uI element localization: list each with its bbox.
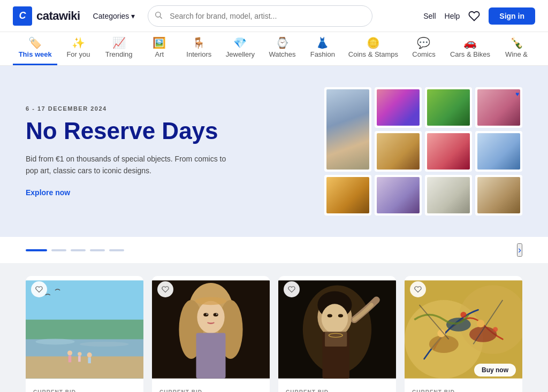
search-input[interactable] [148, 5, 372, 27]
nav-item-comics[interactable]: 💬 Comics [405, 32, 443, 65]
cars-bikes-icon: 🚗 [463, 37, 477, 48]
svg-point-24 [195, 297, 227, 305]
bid-label-3: CURRENT BID [286, 389, 389, 392]
product-image-3 [278, 276, 396, 383]
svg-rect-11 [78, 356, 81, 362]
fashion-icon: 👗 [316, 37, 329, 48]
hero-image-8 [324, 175, 371, 216]
svg-point-41 [446, 318, 471, 332]
nav-label: Wine & [505, 50, 528, 58]
nav-item-coins-stamps[interactable]: 🪙 Coins & Stamps [344, 32, 403, 65]
wishlist-button-4[interactable] [410, 281, 426, 297]
nav-item-jewellery[interactable]: 💎 Jewellery [220, 32, 261, 65]
dot-2[interactable] [51, 249, 66, 251]
nav-label: Comics [412, 50, 435, 58]
svg-point-23 [216, 313, 218, 315]
product-card-4[interactable]: Buy now CURRENT BID €3,000 [405, 276, 522, 392]
hero-image-9 [375, 175, 422, 216]
nav-item-cars-bikes[interactable]: 🚗 Cars & Bikes [445, 32, 496, 65]
nav-item-watches[interactable]: ⌚ Watches [263, 32, 302, 65]
svg-point-10 [78, 352, 81, 356]
products-grid: CURRENT BID €4,152 [26, 276, 522, 392]
nav-label: Trending [105, 50, 133, 58]
dot-1[interactable] [26, 249, 47, 251]
logo-icon: C [13, 6, 32, 26]
wishlist-button-1[interactable] [31, 281, 47, 297]
product-info-2: CURRENT BID €1,230 [152, 383, 270, 392]
nav-label: Fashion [310, 50, 335, 58]
wishlist-button-2[interactable] [157, 281, 173, 297]
wishlist-icon: ♥ [515, 90, 519, 98]
svg-point-21 [214, 313, 218, 316]
nav-item-art[interactable]: 🖼️ Art [141, 32, 178, 65]
product-info-4: CURRENT BID €3,000 [405, 383, 522, 392]
wine-icon: 🍾 [510, 37, 523, 48]
nav-item-fashion[interactable]: 👗 Fashion [304, 32, 341, 65]
nav-label: Cars & Bikes [450, 50, 490, 58]
product-image-4: Buy now [405, 276, 522, 383]
svg-point-12 [87, 352, 92, 357]
products-section: CURRENT BID €4,152 [0, 263, 548, 392]
svg-point-44 [461, 312, 467, 318]
logo-text: catawiki [36, 9, 80, 23]
svg-rect-34 [325, 332, 347, 347]
svg-point-19 [197, 301, 224, 334]
svg-rect-9 [68, 356, 72, 363]
header: C catawiki Categories ▾ Sell Help Sign i… [0, 0, 548, 32]
wishlist-button-3[interactable] [284, 281, 300, 297]
nav-item-this-week[interactable]: 🏷️ This week [13, 32, 57, 65]
nav-label: This week [19, 50, 52, 58]
categories-button[interactable]: Categories ▾ [89, 9, 140, 24]
hero-image-11 [475, 175, 522, 216]
this-week-icon: 🏷️ [28, 37, 42, 48]
hero-image-1 [324, 87, 371, 172]
hero-image-grid: ♥ [324, 87, 522, 216]
hero-image-10 [425, 175, 472, 216]
svg-point-30 [322, 304, 348, 333]
buy-now-button-4[interactable]: Buy now [474, 364, 516, 376]
nav-item-for-you[interactable]: ✨ For you [59, 32, 97, 65]
trending-icon: 📈 [112, 37, 126, 48]
svg-rect-13 [88, 357, 91, 363]
hero-image-2 [375, 87, 422, 128]
svg-point-20 [203, 313, 208, 316]
nav-label: Art [155, 50, 164, 58]
sign-in-button[interactable]: Sign in [489, 7, 535, 25]
product-card-3[interactable]: CURRENT BID €249 [278, 276, 396, 392]
sell-button[interactable]: Sell [423, 12, 436, 20]
hero-banner: 6 - 17 DECEMBER 2024 No Reserve Days Bid… [0, 66, 548, 263]
product-info-1: CURRENT BID €4,152 [26, 383, 143, 392]
header-actions: Sell Help Sign in [423, 7, 535, 25]
product-card-1[interactable]: CURRENT BID €4,152 [26, 276, 143, 392]
explore-link[interactable]: Explore now [26, 188, 70, 197]
svg-point-32 [338, 314, 343, 317]
dot-5[interactable] [109, 249, 124, 251]
nav-item-wine[interactable]: 🍾 Wine & [498, 32, 535, 65]
wishlist-button[interactable] [468, 10, 480, 22]
product-card-2[interactable]: CURRENT BID €1,230 [152, 276, 270, 392]
coins-stamps-icon: 🪙 [367, 37, 380, 48]
hero-text: 6 - 17 DECEMBER 2024 No Reserve Days Bid… [26, 105, 229, 197]
svg-rect-25 [196, 333, 226, 378]
svg-point-43 [477, 320, 485, 328]
hero-description: Bid from €1 on thousands of special obje… [26, 153, 229, 177]
hero-image-4: ♥ [475, 87, 522, 128]
nav-label: Interiors [186, 50, 211, 58]
categories-label: Categories [93, 12, 130, 20]
category-nav: 🏷️ This week ✨ For you 📈 Trending 🖼️ Art… [0, 32, 548, 66]
dot-4[interactable] [90, 249, 105, 251]
svg-point-0 [156, 12, 161, 17]
nav-item-interiors[interactable]: 🪑 Interiors [180, 32, 218, 65]
bid-label-1: CURRENT BID [33, 389, 136, 392]
svg-point-31 [328, 314, 332, 317]
nav-item-trending[interactable]: 📈 Trending [99, 32, 138, 65]
help-button[interactable]: Help [445, 12, 460, 20]
hero-image-5 [375, 131, 422, 172]
logo[interactable]: C catawiki [13, 6, 80, 26]
interiors-icon: 🪑 [192, 37, 206, 48]
next-slide-button[interactable]: › [517, 243, 522, 257]
svg-point-8 [67, 350, 72, 355]
bid-label-2: CURRENT BID [159, 389, 262, 392]
svg-line-1 [160, 17, 162, 19]
dot-3[interactable] [71, 249, 86, 251]
